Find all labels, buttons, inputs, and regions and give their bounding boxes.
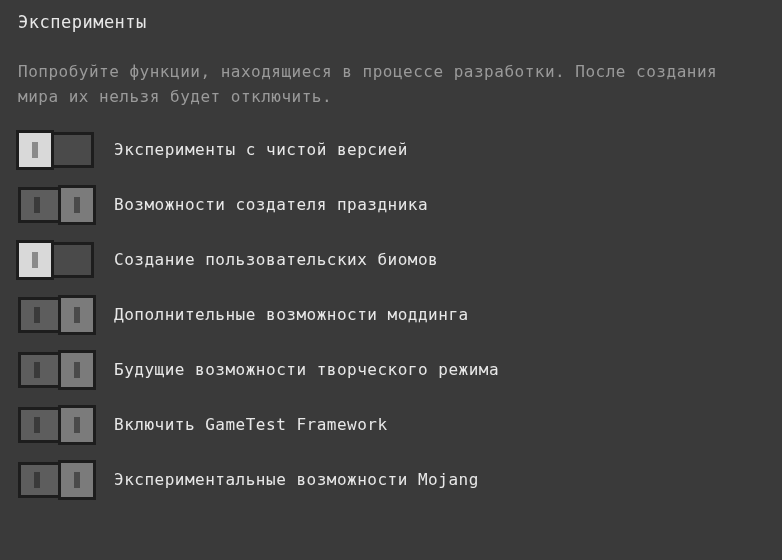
toggle-knob bbox=[16, 240, 54, 280]
toggle-switch[interactable] bbox=[18, 462, 94, 498]
toggle-knob-pip-icon bbox=[74, 472, 80, 488]
toggle-label: Экспериментальные возможности Mojang bbox=[114, 470, 479, 489]
toggle-row: Эксперименты с чистой версией bbox=[18, 132, 764, 168]
section-title: Эксперименты bbox=[18, 12, 764, 32]
toggle-knob bbox=[58, 350, 96, 390]
toggle-list: Эксперименты с чистой версиейВозможности… bbox=[18, 132, 764, 498]
toggle-knob bbox=[58, 460, 96, 500]
toggle-indicator-icon bbox=[34, 362, 40, 378]
toggle-knob bbox=[16, 130, 54, 170]
toggle-knob-pip-icon bbox=[32, 142, 38, 158]
toggle-indicator-icon bbox=[34, 472, 40, 488]
toggle-indicator-icon bbox=[34, 197, 40, 213]
toggle-switch[interactable] bbox=[18, 187, 94, 223]
toggle-knob bbox=[58, 405, 96, 445]
toggle-switch[interactable] bbox=[18, 352, 94, 388]
toggle-indicator-icon bbox=[34, 307, 40, 323]
toggle-row: Включить GameTest Framework bbox=[18, 407, 764, 443]
toggle-row: Дополнительные возможности моддинга bbox=[18, 297, 764, 333]
toggle-label: Дополнительные возможности моддинга bbox=[114, 305, 469, 324]
toggle-label: Включить GameTest Framework bbox=[114, 415, 388, 434]
toggle-row: Экспериментальные возможности Mojang bbox=[18, 462, 764, 498]
toggle-label: Создание пользовательских биомов bbox=[114, 250, 438, 269]
toggle-row: Будущие возможности творческого режима bbox=[18, 352, 764, 388]
toggle-knob-pip-icon bbox=[32, 252, 38, 268]
toggle-knob bbox=[58, 185, 96, 225]
toggle-switch[interactable] bbox=[18, 132, 94, 168]
section-description: Попробуйте функции, находящиеся в процес… bbox=[18, 60, 764, 110]
toggle-switch[interactable] bbox=[18, 407, 94, 443]
toggle-label: Возможности создателя праздника bbox=[114, 195, 428, 214]
toggle-label: Будущие возможности творческого режима bbox=[114, 360, 499, 379]
toggle-switch[interactable] bbox=[18, 242, 94, 278]
toggle-knob-pip-icon bbox=[74, 417, 80, 433]
toggle-row: Создание пользовательских биомов bbox=[18, 242, 764, 278]
toggle-indicator-icon bbox=[34, 417, 40, 433]
toggle-switch[interactable] bbox=[18, 297, 94, 333]
toggle-knob-pip-icon bbox=[74, 307, 80, 323]
toggle-knob-pip-icon bbox=[74, 362, 80, 378]
toggle-knob-pip-icon bbox=[74, 197, 80, 213]
toggle-knob bbox=[58, 295, 96, 335]
toggle-label: Эксперименты с чистой версией bbox=[114, 140, 408, 159]
toggle-row: Возможности создателя праздника bbox=[18, 187, 764, 223]
